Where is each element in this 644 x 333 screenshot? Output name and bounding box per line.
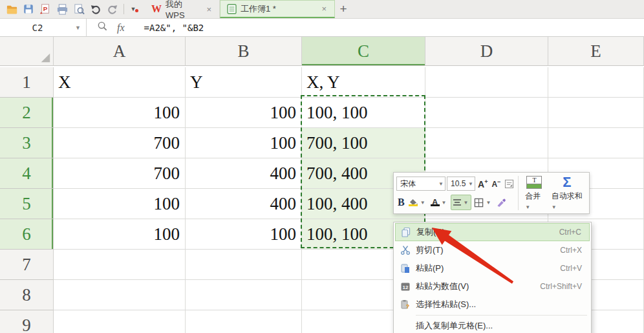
merge-cells-button[interactable]: T 合并 ▼: [521, 175, 548, 211]
row-header-1[interactable]: 1: [0, 67, 54, 98]
row-header-4[interactable]: 4: [0, 158, 54, 189]
column-header-d[interactable]: D: [425, 37, 548, 66]
menu-item-cut[interactable]: 剪切(T) Ctrl+X: [395, 241, 590, 259]
menu-item-paste-values[interactable]: 12 粘贴为数值(V) Ctrl+Shift+V: [395, 277, 590, 295]
cell-b7[interactable]: [186, 250, 302, 280]
tab-workbook1[interactable]: 工作簿1 * ×: [220, 0, 335, 18]
menu-item-insert-copied-cells[interactable]: 插入复制单元格(E)...: [395, 317, 590, 333]
toolbar-separator: [123, 4, 124, 14]
cell-b3[interactable]: 100: [186, 128, 302, 158]
cell-b1[interactable]: Y: [186, 67, 302, 98]
row-header-2[interactable]: 2: [0, 98, 54, 128]
cell-a3[interactable]: 700: [54, 128, 186, 158]
font-color-icon: A: [431, 199, 440, 206]
cell-e3[interactable]: [548, 128, 644, 158]
cell-a5[interactable]: 100: [54, 189, 186, 219]
row-header-6[interactable]: 6: [0, 219, 54, 250]
print-preview-button[interactable]: [70, 1, 87, 17]
decrease-font-button[interactable]: A−: [490, 176, 502, 191]
row-header-3[interactable]: 3: [0, 128, 54, 158]
cell-c3[interactable]: 700, 100: [302, 128, 425, 158]
font-name-value: 宋体: [400, 178, 436, 189]
cell-a7[interactable]: [54, 250, 186, 280]
close-tab-icon[interactable]: ×: [205, 5, 213, 14]
name-box[interactable]: C2 ▼: [0, 19, 87, 36]
column-header-c[interactable]: C: [302, 37, 425, 66]
cell-a2[interactable]: 100: [54, 98, 186, 128]
tab-my-wps[interactable]: W 我的WPS ×: [145, 0, 220, 18]
borders-button[interactable]: ▼: [473, 195, 493, 210]
cell-e2[interactable]: [548, 98, 644, 128]
cell-d1[interactable]: [425, 67, 548, 98]
undo-button[interactable]: [87, 1, 104, 17]
dropdown-caret-icon: ▼: [438, 181, 445, 187]
redo-icon: [107, 3, 118, 15]
row-header-8[interactable]: 8: [0, 280, 54, 310]
menu-item-paste[interactable]: 粘贴(P) Ctrl+V: [395, 259, 590, 277]
cell-b9[interactable]: [186, 310, 302, 333]
dropdown-caret-icon: ▼: [486, 200, 492, 206]
redo-button[interactable]: [104, 1, 121, 17]
autosum-button[interactable]: Σ 自动求和 ▼: [548, 175, 586, 211]
menu-item-label: 粘贴(P): [416, 263, 560, 274]
fill-color-button[interactable]: ▼: [407, 195, 428, 210]
column-header-a[interactable]: A: [54, 37, 186, 66]
print-button[interactable]: [54, 1, 70, 17]
autosum-label: 自动求和: [552, 191, 583, 200]
dropdown-caret-icon: ▼: [442, 200, 448, 206]
cell-d2[interactable]: [425, 98, 548, 128]
cell-b2[interactable]: 100: [186, 98, 302, 128]
cell-a9[interactable]: [54, 310, 186, 333]
cell-b5[interactable]: 400: [186, 189, 302, 219]
font-color-button[interactable]: A ▼: [429, 195, 449, 210]
menu-item-paste-special[interactable]: ? 选择性粘贴(S)...: [395, 295, 590, 314]
cell-c1[interactable]: X, Y: [302, 67, 425, 98]
new-tab-button[interactable]: +: [335, 0, 352, 18]
cell-e1[interactable]: [548, 67, 644, 98]
notification-dot: [135, 9, 138, 12]
menu-item-label: 粘贴为数值(V): [416, 281, 540, 292]
row-header-5[interactable]: 5: [0, 189, 54, 219]
open-file-button[interactable]: [3, 1, 20, 17]
cell-d3[interactable]: [425, 128, 548, 158]
export-pdf-button[interactable]: P: [37, 1, 54, 17]
select-all-button[interactable]: [0, 37, 54, 66]
formula-input[interactable]: =A2&", "&B2: [144, 23, 204, 33]
row-header-7[interactable]: 7: [0, 250, 54, 280]
row-header-9[interactable]: 9: [0, 310, 54, 333]
cell-a8[interactable]: [54, 280, 186, 310]
format-dialog-button[interactable]: [503, 176, 515, 191]
font-size-combobox[interactable]: 10.5 ▼: [447, 177, 475, 191]
print-preview-icon: [73, 3, 85, 16]
cell-a4[interactable]: 700: [54, 158, 186, 189]
cell-b8[interactable]: [186, 280, 302, 310]
zoom-search-button[interactable]: [97, 21, 108, 34]
open-folder-icon: [6, 3, 18, 16]
alignment-button[interactable]: ▼: [451, 195, 472, 210]
bold-button[interactable]: B: [396, 195, 406, 210]
font-name-combobox[interactable]: 宋体 ▼: [396, 177, 445, 191]
column-header-b[interactable]: B: [186, 37, 302, 66]
close-tab-icon[interactable]: ×: [320, 4, 328, 14]
cell-a1[interactable]: X: [54, 67, 186, 98]
cell-a6[interactable]: 100: [54, 219, 186, 250]
cell-c2-active[interactable]: 100, 100: [302, 98, 425, 128]
insert-function-button[interactable]: fx: [117, 22, 125, 34]
menu-item-label: 插入复制单元格(E)...: [416, 320, 582, 332]
save-button[interactable]: [20, 1, 37, 17]
name-box-dropdown-icon[interactable]: ▼: [75, 25, 86, 31]
customize-toolbar-button[interactable]: ▼: [127, 6, 140, 12]
paste-values-icon: 12: [395, 281, 416, 292]
menu-item-copy[interactable]: 复制(C) Ctrl+C: [395, 223, 590, 241]
menu-item-shortcut: Ctrl+V: [560, 264, 590, 273]
format-painter-button[interactable]: [495, 195, 508, 210]
cell-b4[interactable]: 400: [186, 158, 302, 189]
cell-b6[interactable]: 100: [186, 219, 302, 250]
column-header-e[interactable]: E: [548, 37, 644, 66]
dropdown-caret-icon: ▼: [552, 204, 557, 210]
increase-font-button[interactable]: A+: [477, 176, 489, 191]
spreadsheet-doc-icon: [227, 4, 237, 14]
sigma-icon: Σ: [563, 176, 571, 189]
wps-logo-icon: W: [151, 3, 162, 15]
select-all-triangle-icon: [39, 52, 51, 63]
